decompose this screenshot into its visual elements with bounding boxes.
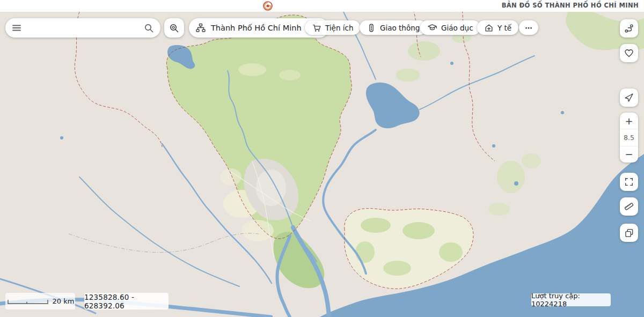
traffic-light-icon xyxy=(367,23,376,33)
terrain-patch xyxy=(238,63,266,76)
map-canvas[interactable] xyxy=(0,0,644,317)
zoom-in-button[interactable]: + xyxy=(620,113,638,129)
fullscreen-button[interactable] xyxy=(620,173,638,191)
favorites-button[interactable] xyxy=(620,44,638,62)
category-button-giao-thong[interactable]: Giao thông xyxy=(360,20,427,35)
small-lake xyxy=(561,111,564,114)
scale-label: 20 km xyxy=(53,297,75,305)
small-lake xyxy=(450,62,453,65)
category-button-tien-ich[interactable]: Tiện ích xyxy=(305,20,360,35)
forest-patch xyxy=(396,69,420,82)
site-logo-icon xyxy=(262,1,273,11)
search-input[interactable] xyxy=(27,23,138,33)
forest-patch xyxy=(408,41,440,61)
small-lake xyxy=(492,144,495,148)
heart-icon xyxy=(624,48,634,58)
search-bar xyxy=(5,18,160,38)
category-label: Giáo dục xyxy=(441,24,473,32)
my-location-button[interactable] xyxy=(620,89,638,107)
area-search-icon xyxy=(169,23,179,33)
more-icon: ⋯ xyxy=(525,24,532,32)
area-selector-label: Thành Phố Hồ Chí Minh xyxy=(211,24,302,32)
scale-bar: 20 km xyxy=(5,293,75,309)
ruler-icon xyxy=(624,201,634,212)
terrain-patch xyxy=(241,220,274,241)
forest-patch xyxy=(522,153,541,168)
terrain-patch xyxy=(402,222,435,239)
category-label: Y tế xyxy=(497,24,511,32)
category-button-y-te[interactable]: Y tế xyxy=(477,20,518,35)
header-bar: BẢN ĐỒ SỐ THÀNH PHỐ HỒ CHÍ MINH xyxy=(0,0,644,12)
page-title: BẢN ĐỒ SỐ THÀNH PHỐ HỒ CHÍ MINH xyxy=(502,2,639,9)
visit-counter: Lượt truy cập: 10224218 xyxy=(531,293,611,306)
terrain-patch xyxy=(361,218,391,233)
zoom-out-button[interactable]: − xyxy=(620,146,638,163)
directions-button[interactable] xyxy=(620,19,638,38)
zoom-level: 8.5 xyxy=(620,129,638,146)
category-button-giao-duc[interactable]: Giáo dục xyxy=(420,20,480,35)
zoom-control: + 8.5 − xyxy=(620,113,638,163)
forest-patch xyxy=(497,161,525,193)
route-icon xyxy=(624,23,634,34)
sitemap-icon xyxy=(195,23,206,33)
terrain-patch xyxy=(355,241,375,263)
small-lake xyxy=(60,136,63,139)
fullscreen-icon xyxy=(624,177,634,187)
terrain-patch xyxy=(279,70,301,80)
coordinates-display: 1235828.60 - 628392.06 xyxy=(84,293,169,309)
hamburger-icon[interactable] xyxy=(12,23,21,33)
navigation-icon xyxy=(624,92,634,103)
layers-icon xyxy=(624,228,634,238)
category-label: Giao thông xyxy=(380,24,420,32)
small-lake xyxy=(514,181,518,186)
basemap-button[interactable] xyxy=(620,224,638,242)
map-application: BẢN ĐỒ SỐ THÀNH PHỐ HỒ CHÍ MINH xyxy=(0,0,644,317)
measure-button[interactable] xyxy=(620,197,638,216)
terrain-patch xyxy=(383,261,411,276)
category-label: Tiện ích xyxy=(325,24,353,32)
more-categories-button[interactable]: ⋯ xyxy=(519,20,538,35)
scale-ruler-icon xyxy=(6,297,49,306)
graduation-cap-icon xyxy=(427,23,437,33)
cart-icon xyxy=(312,23,321,33)
search-icon[interactable] xyxy=(144,23,154,33)
medical-house-icon xyxy=(484,23,494,33)
terrain-patch xyxy=(439,242,463,262)
search-area-button[interactable] xyxy=(164,18,184,38)
forest-patch xyxy=(488,203,510,216)
